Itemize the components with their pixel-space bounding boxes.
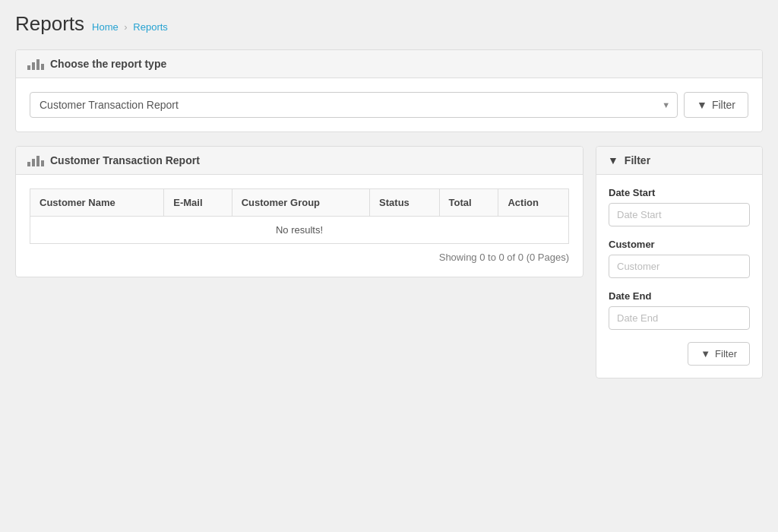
no-results-cell: No results! [30,217,569,244]
table-panel-body: Customer Name E-Mail Customer Group Stat… [16,175,583,277]
filter-funnel-icon: ▼ [697,99,707,111]
col-action: Action [498,189,569,217]
date-start-input-wrap: 📅 [609,203,750,226]
customer-field: Customer [609,239,750,278]
date-end-input[interactable] [609,307,750,329]
col-total: Total [439,189,498,217]
date-start-input[interactable] [609,204,750,226]
filter-sidebar: ▼ Filter Date Start 📅 Customer [596,146,763,378]
col-customer-name: Customer Name [30,189,164,217]
table-panel-heading: Customer Transaction Report [16,147,583,175]
table-row-empty: No results! [30,217,569,244]
customer-input[interactable] [609,255,750,278]
report-type-body: Customer Transaction Report ▼ ▼ Filter [16,78,762,131]
breadcrumb-separator: › [124,21,127,33]
table-head: Customer Name E-Mail Customer Group Stat… [30,189,569,217]
report-filter-button[interactable]: ▼ Filter [684,92,748,118]
report-type-heading: Choose the report type [16,50,762,78]
page-title: Reports [15,12,84,36]
col-email: E-Mail [164,189,232,217]
filter-sidebar-heading: ▼ Filter [596,147,762,175]
report-type-heading-label: Choose the report type [50,58,166,70]
page-header: Reports Home › Reports [15,12,763,36]
report-type-panel: Choose the report type Customer Transact… [15,49,763,132]
transaction-table: Customer Name E-Mail Customer Group Stat… [30,188,569,244]
content-layout: Customer Transaction Report Customer Nam… [15,146,763,378]
date-end-field: Date End 📅 [609,290,750,330]
report-select-wrapper: Customer Transaction Report ▼ [30,92,678,118]
report-type-select[interactable]: Customer Transaction Report [30,92,678,118]
date-end-input-wrap: 📅 [609,306,750,330]
sidebar-filter-funnel-icon: ▼ [701,348,710,359]
breadcrumb-home[interactable]: Home [92,21,119,33]
table-body: No results! [30,217,569,244]
filter-btn-row: ▼ Filter [609,342,750,366]
table-header-row: Customer Name E-Mail Customer Group Stat… [30,189,569,217]
sidebar-filter-button-label: Filter [715,348,737,359]
table-panel: Customer Transaction Report Customer Nam… [15,146,584,277]
date-end-label: Date End [609,290,750,302]
table-panel-heading-label: Customer Transaction Report [50,154,200,166]
report-filter-button-label: Filter [712,99,735,111]
table-chart-icon [27,154,44,166]
sidebar-filter-button[interactable]: ▼ Filter [688,342,750,366]
breadcrumb-current[interactable]: Reports [133,21,168,33]
col-customer-group: Customer Group [232,189,369,217]
filter-heading-label: Filter [625,154,650,166]
filter-sidebar-body: Date Start 📅 Customer Date End [596,175,762,378]
chart-icon [27,58,44,70]
customer-label: Customer [609,239,750,250]
breadcrumb: Home › Reports [92,21,168,33]
date-start-label: Date Start [609,187,750,198]
col-status: Status [370,189,440,217]
report-select-row: Customer Transaction Report ▼ ▼ Filter [30,92,748,118]
showing-text: Showing 0 to 0 of 0 (0 Pages) [30,244,569,263]
date-start-field: Date Start 📅 [609,187,750,226]
filter-heading-icon: ▼ [608,154,618,166]
